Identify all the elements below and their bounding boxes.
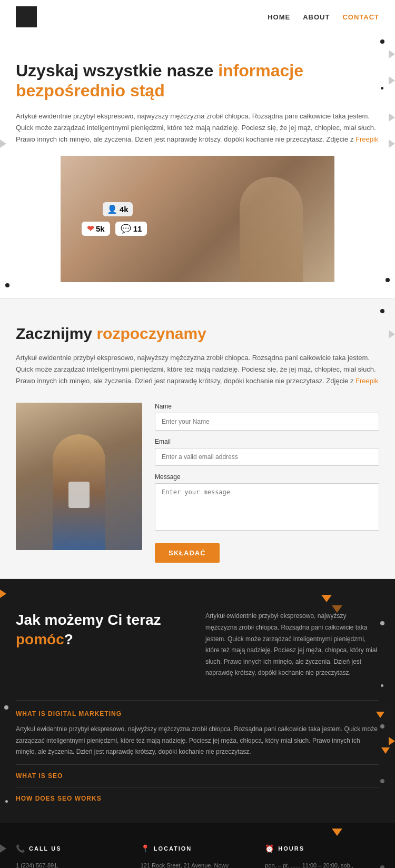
faq-item-0: WHAT IS DIGITAL MARKETING Artykuł ewiden… (16, 700, 379, 758)
message-textarea[interactable] (155, 483, 379, 531)
deco-dot-4 (5, 283, 9, 287)
section2-text: Artykuł ewidentnie przybył ekspresowo, n… (16, 352, 379, 387)
hero-title: Uzyskaj wszystkie nasze informacje bezpo… (16, 61, 379, 101)
footer-location-title: 📍 LOCATION (141, 844, 255, 853)
location-icon: 📍 (141, 844, 151, 853)
form-image (16, 403, 142, 550)
hero-image: 👤 4k ❤ 5k 💬 11 (61, 156, 334, 282)
nav-about[interactable]: ABOUT (303, 13, 330, 21)
form-group-name: Name (155, 403, 379, 431)
faq-question-2[interactable]: HOW DOES SEO WORKS (16, 795, 379, 802)
clock-icon: ⏰ (265, 844, 275, 853)
name-label: Name (155, 403, 379, 410)
deco-dot-3 (386, 278, 390, 282)
logo[interactable] (16, 6, 37, 27)
deco-dot-8 (380, 779, 384, 783)
footer-hours-title: ⏰ HOURS (265, 844, 379, 853)
nav-contact[interactable]: CONTACT (342, 13, 379, 21)
footer: 📞 CALL US 1 (234) 567-891, 1 (234) 987-6… (0, 823, 395, 868)
deco-dot-6 (380, 621, 384, 625)
deco-left-tri (0, 590, 6, 598)
footer-col-hours: ⏰ HOURS pon. – pt. ...... 11:00 – 20:00,… (265, 844, 379, 868)
deco-tri-orange-1 (321, 595, 332, 602)
section2-freepik-link[interactable]: Freepik (355, 377, 378, 385)
message-label: Message (155, 473, 379, 481)
section2-title: Zacznijmy rozpoczynamy (16, 325, 379, 343)
phone-icon: 📞 (16, 844, 26, 853)
deco-tri-down-orange (381, 747, 390, 754)
faq-answer-0: Artykuł ewidentnie przybył ekspresowo, n… (16, 724, 379, 758)
deco-triangle-1 (389, 50, 395, 58)
faq-list: WHAT IS DIGITAL MARKETING Artykuł ewiden… (16, 700, 379, 802)
dark-desc: Artykuł ewidentnie przybył ekspresowo, n… (205, 611, 379, 679)
deco-dot-5 (380, 309, 384, 313)
deco-dot-1 (380, 39, 384, 44)
footer-call-title: 📞 CALL US (16, 844, 130, 853)
hero-text: Artykuł ewidentnie przybył ekspresowo, n… (16, 111, 379, 145)
footer-deco-5 (0, 844, 6, 853)
deco-triangle-4 (389, 139, 395, 148)
footer-col-location: 📍 LOCATION 121 Rock Sreet, 21 Avenue, No… (141, 844, 255, 868)
footer-call-text: 1 (234) 567-891, 1 (234) 987-654 (16, 860, 130, 868)
bubble-heart: ❤ 5k (82, 222, 110, 236)
navbar: HOME ABOUT CONTACT (0, 0, 395, 34)
faq-item-1: WHAT IS SEO (16, 764, 379, 780)
deco-dot-9 (4, 705, 8, 710)
contact-form: Name Email Message SKŁADAĆ (155, 403, 379, 563)
footer-location-text: 121 Rock Sreet, 21 Avenue, Nowy Jork, NY… (141, 860, 255, 868)
deco-dot-10 (5, 800, 8, 803)
name-input[interactable] (155, 413, 379, 431)
deco-triangle-5 (0, 139, 6, 148)
footer-columns: 📞 CALL US 1 (234) 567-891, 1 (234) 987-6… (16, 844, 379, 868)
deco-triangle-2 (389, 76, 395, 85)
footer-deco-2 (380, 865, 384, 868)
bubble-person: 👤 4k (103, 202, 133, 216)
section2: Zacznijmy rozpoczynamy Artykuł ewidentni… (0, 298, 395, 578)
faq-question-1[interactable]: WHAT IS SEO (16, 772, 379, 780)
footer-col-call: 📞 CALL US 1 (234) 567-891, 1 (234) 987-6… (16, 844, 130, 868)
deco-dot-2 (381, 87, 383, 89)
dark-top: Jak możemy Ci teraz pomóc? Artykuł ewide… (16, 611, 379, 679)
deco-triangle-6 (389, 330, 395, 338)
hero-section: Uzyskaj wszystkie nasze informacje bezpo… (0, 34, 395, 298)
bubble-chat: 💬 11 (115, 222, 147, 236)
deco-tri-right-orange (389, 737, 395, 745)
faq-item-2: HOW DOES SEO WORKS (16, 787, 379, 802)
deco-dot-11 (380, 724, 384, 729)
footer-deco-1 (332, 829, 342, 836)
hero-freepik-link[interactable]: Freepik (355, 135, 378, 143)
dark-section: Jak możemy Ci teraz pomóc? Artykuł ewide… (0, 579, 395, 823)
form-section: Name Email Message SKŁADAĆ (16, 403, 379, 563)
faq-question-0[interactable]: WHAT IS DIGITAL MARKETING (16, 710, 379, 717)
nav-home[interactable]: HOME (268, 13, 290, 21)
footer-hours-text: pon. – pt. ...... 11:00 – 20:00, sob., n… (265, 860, 379, 868)
submit-button[interactable]: SKŁADAĆ (155, 543, 220, 563)
nav-links: HOME ABOUT CONTACT (268, 13, 379, 21)
email-input[interactable] (155, 448, 379, 466)
form-group-message: Message (155, 473, 379, 533)
form-group-email: Email (155, 438, 379, 466)
email-label: Email (155, 438, 379, 445)
dark-title: Jak możemy Ci teraz pomóc? (16, 611, 190, 649)
deco-dot-7 (381, 684, 383, 687)
deco-triangle-3 (389, 113, 395, 122)
